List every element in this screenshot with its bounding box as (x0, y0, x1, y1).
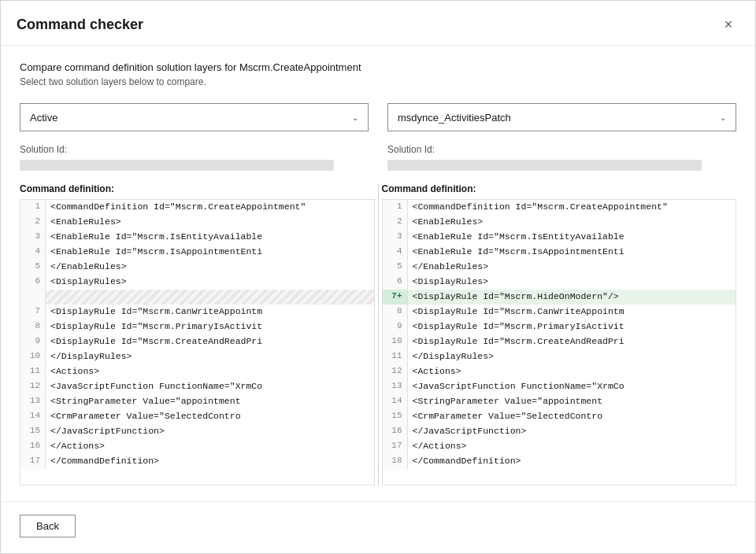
line-content: <StringParameter Value="appointment (46, 394, 246, 409)
command-def-row: Command definition: 1<CommandDefinition … (20, 183, 736, 486)
line-number: 10 (383, 334, 408, 349)
right-solution-id-block: Solution Id: (387, 144, 736, 171)
line-content: <DisplayRule Id="Mscrm.PrimaryIsActivit (46, 319, 267, 334)
table-row: 7 <DisplayRule Id="Mscrm.CanWriteAppoint… (20, 305, 374, 319)
line-number: 12 (20, 379, 46, 394)
table-row (20, 290, 374, 305)
line-number: 16 (20, 439, 46, 454)
line-content: <EnableRule Id="Mscrm.IsAppointmentEnti (46, 245, 267, 260)
sub-description-text: Select two solution layers below to comp… (20, 76, 736, 87)
table-row: 9 <DisplayRule Id="Mscrm.PrimaryIsActivi… (383, 319, 736, 334)
line-number: 12 (383, 364, 408, 379)
table-row: 8 <DisplayRule Id="Mscrm.CanWriteAppoint… (383, 305, 736, 319)
line-content: <EnableRule Id="Mscrm.IsAppointmentEnti (408, 245, 629, 260)
line-content: <DisplayRule Id="Mscrm.CanWriteAppointm (46, 305, 267, 319)
line-number: 1 (383, 200, 408, 215)
line-number: 4 (383, 245, 408, 260)
table-row: 11 <Actions> (20, 364, 374, 379)
line-content: <DisplayRule Id="Mscrm.CreateAndReadPri (408, 334, 629, 349)
right-dropdown[interactable]: msdynce_ActivitiesPatch ⌄ (387, 103, 736, 131)
line-number: 7+ (383, 290, 408, 305)
line-number: 9 (383, 319, 408, 334)
line-content: <DisplayRule Id="Mscrm.CanWriteAppointm (408, 305, 629, 319)
left-dropdown[interactable]: Active ⌄ (20, 103, 369, 131)
table-row: 1<CommandDefinition Id="Mscrm.CreateAppo… (383, 200, 736, 215)
line-content: <CrmParameter Value="SelectedContro (46, 409, 246, 424)
solution-id-row: Solution Id: Solution Id: (20, 144, 736, 171)
table-row: 9 <DisplayRule Id="Mscrm.CreateAndReadPr… (20, 334, 374, 349)
left-command-def-label: Command definition: (20, 183, 375, 194)
table-row: 10 </DisplayRules> (20, 349, 374, 364)
description-text: Compare command definition solution laye… (20, 61, 736, 73)
line-number: 6 (20, 275, 46, 290)
dropdowns-row: Active ⌄ msdynce_ActivitiesPatch ⌄ (20, 103, 736, 131)
table-row: 3 <EnableRule Id="Mscrm.IsEntityAvailabl… (20, 230, 374, 245)
line-content: <JavaScriptFunction FunctionName="XrmCo (408, 379, 629, 394)
close-button[interactable]: × (717, 13, 739, 35)
line-number: 13 (383, 379, 408, 394)
line-number: 3 (383, 230, 408, 245)
line-number: 13 (20, 394, 46, 409)
line-number: 14 (383, 394, 408, 409)
left-dropdown-chevron-icon: ⌄ (352, 113, 358, 122)
line-content: <StringParameter Value="appointment (408, 394, 608, 409)
line-number: 10 (20, 349, 46, 364)
line-content: <EnableRules> (408, 215, 488, 230)
dialog-body: Compare command definition solution laye… (1, 46, 755, 501)
line-content: <Actions> (408, 364, 466, 379)
line-number: 8 (20, 319, 46, 334)
table-row: 10 <DisplayRule Id="Mscrm.CreateAndReadP… (383, 334, 736, 349)
table-row: 15 <CrmParameter Value="SelectedContro (383, 409, 736, 424)
line-number: 14 (20, 409, 46, 424)
left-solution-id-block: Solution Id: (20, 144, 369, 171)
left-code-block: 1<CommandDefinition Id="Mscrm.CreateAppo… (20, 199, 375, 486)
line-number: 16 (383, 424, 408, 439)
right-command-def-label: Command definition: (382, 183, 737, 194)
line-number: 5 (20, 260, 46, 275)
table-row: 15 </JavaScriptFunction> (20, 424, 374, 439)
dialog-title: Command checker (17, 17, 143, 33)
table-row: 1<CommandDefinition Id="Mscrm.CreateAppo… (20, 200, 374, 215)
line-content: </CommandDefinition> (46, 454, 164, 469)
left-solution-id-value (20, 160, 334, 171)
line-number: 15 (383, 409, 408, 424)
table-row: 14 <CrmParameter Value="SelectedContro (20, 409, 374, 424)
line-number: 9 (20, 334, 46, 349)
right-dropdown-chevron-icon: ⌄ (720, 113, 726, 122)
table-row: 2 <EnableRules> (20, 215, 374, 230)
line-number: 11 (20, 364, 46, 379)
table-row: 11 </DisplayRules> (383, 349, 736, 364)
table-row: 16 </Actions> (20, 439, 374, 454)
line-number: 1 (20, 200, 46, 215)
line-number: 7 (20, 305, 46, 319)
right-command-panel: Command definition: 1<CommandDefinition … (379, 183, 737, 486)
table-row: 7+ <DisplayRule Id="Mscrm.HideOnModern"/… (383, 290, 736, 305)
left-dropdown-wrapper: Active ⌄ (20, 103, 369, 131)
line-content (46, 290, 55, 305)
line-number (20, 290, 46, 305)
line-number: 18 (383, 454, 408, 469)
table-row: 6 <DisplayRules> (20, 275, 374, 290)
line-content: <DisplayRule Id="Mscrm.PrimaryIsActivit (408, 319, 629, 334)
line-content: <CrmParameter Value="SelectedContro (408, 409, 608, 424)
table-row: 4 <EnableRule Id="Mscrm.IsAppointmentEnt… (20, 245, 374, 260)
line-content: </Actions> (408, 439, 472, 454)
right-dropdown-value: msdynce_ActivitiesPatch (398, 112, 511, 124)
line-content: </CommandDefinition> (408, 454, 526, 469)
line-content: <DisplayRule Id="Mscrm.HideOnModern"/> (408, 290, 624, 305)
line-content: <CommandDefinition Id="Mscrm.CreateAppoi… (408, 200, 673, 215)
table-row: 4 <EnableRule Id="Mscrm.IsAppointmentEnt… (383, 245, 736, 260)
line-content: </JavaScriptFunction> (408, 424, 532, 439)
line-number: 8 (383, 305, 408, 319)
right-code-block: 1<CommandDefinition Id="Mscrm.CreateAppo… (382, 199, 737, 486)
left-command-panel: Command definition: 1<CommandDefinition … (20, 183, 379, 486)
line-content: <Actions> (46, 364, 104, 379)
right-solution-id-label: Solution Id: (387, 144, 736, 155)
line-content: <DisplayRules> (408, 275, 494, 290)
right-solution-id-value (387, 160, 702, 171)
line-content: <EnableRule Id="Mscrm.IsEntityAvailable (46, 230, 267, 245)
back-button[interactable]: Back (20, 515, 76, 537)
table-row: 13 <JavaScriptFunction FunctionName="Xrm… (383, 379, 736, 394)
table-row: 12 <JavaScriptFunction FunctionName="Xrm… (20, 379, 374, 394)
line-number: 4 (20, 245, 46, 260)
